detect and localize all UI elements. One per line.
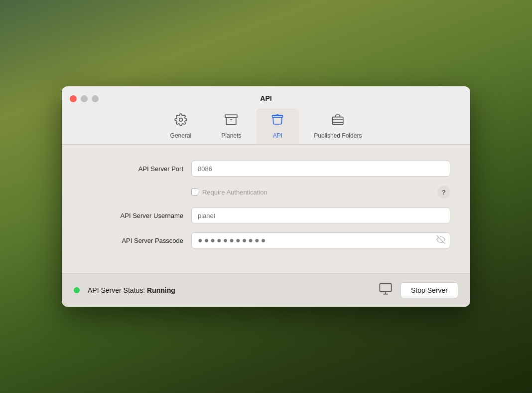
tab-planets-label: Planets xyxy=(221,132,241,139)
monitor-icon xyxy=(379,282,393,299)
footer: API Server Status: Running Stop Server xyxy=(62,273,470,307)
eye-off-icon[interactable] xyxy=(436,235,445,246)
status-label: API Server Status: xyxy=(88,286,147,294)
status-value: Running xyxy=(147,286,175,294)
maximize-button[interactable] xyxy=(92,95,99,102)
gear-icon xyxy=(174,113,187,129)
auth-label: Require Authentication xyxy=(202,189,267,196)
minimize-button[interactable] xyxy=(81,95,88,102)
passcode-row: API Server Passcode xyxy=(82,232,450,248)
auth-checkbox-container: Require Authentication xyxy=(191,189,433,196)
close-button[interactable] xyxy=(70,95,77,102)
status-text: API Server Status: Running xyxy=(88,286,175,294)
help-button[interactable]: ? xyxy=(437,186,450,198)
main-window: API General P xyxy=(62,86,470,307)
svg-rect-1 xyxy=(225,115,237,117)
passcode-label: API Server Passcode xyxy=(82,237,191,244)
username-input[interactable] xyxy=(191,207,450,223)
tab-planets[interactable]: Planets xyxy=(206,108,256,144)
svg-point-0 xyxy=(179,118,183,122)
svg-rect-7 xyxy=(380,284,391,292)
window-title: API xyxy=(260,94,271,102)
port-label: API Server Port xyxy=(82,165,191,173)
auth-row: Require Authentication ? xyxy=(82,186,450,198)
tab-bar: General Planets xyxy=(70,108,462,144)
tab-published-folders-label: Published Folders xyxy=(314,132,362,139)
svg-rect-3 xyxy=(333,117,344,125)
passcode-wrapper xyxy=(191,232,450,248)
inbox-icon xyxy=(225,113,238,129)
passcode-input[interactable] xyxy=(191,232,450,248)
tab-api[interactable]: API xyxy=(256,108,299,144)
auth-checkbox[interactable] xyxy=(191,189,198,196)
port-row: API Server Port xyxy=(82,161,450,177)
titlebar: API General P xyxy=(62,86,470,144)
tab-general[interactable]: General xyxy=(155,108,207,144)
username-row: API Server Username xyxy=(82,207,450,223)
port-input[interactable] xyxy=(191,161,450,177)
tab-general-label: General xyxy=(170,132,192,139)
window-controls xyxy=(70,95,99,102)
tab-api-label: API xyxy=(273,132,282,139)
content-area: API Server Port Require Authentication ?… xyxy=(62,145,470,273)
stop-server-button[interactable]: Stop Server xyxy=(400,282,458,298)
status-indicator xyxy=(74,287,80,293)
puzzle-icon xyxy=(271,113,284,129)
tab-published-folders[interactable]: Published Folders xyxy=(299,108,377,144)
folders-icon xyxy=(331,113,344,129)
username-label: API Server Username xyxy=(82,212,191,219)
